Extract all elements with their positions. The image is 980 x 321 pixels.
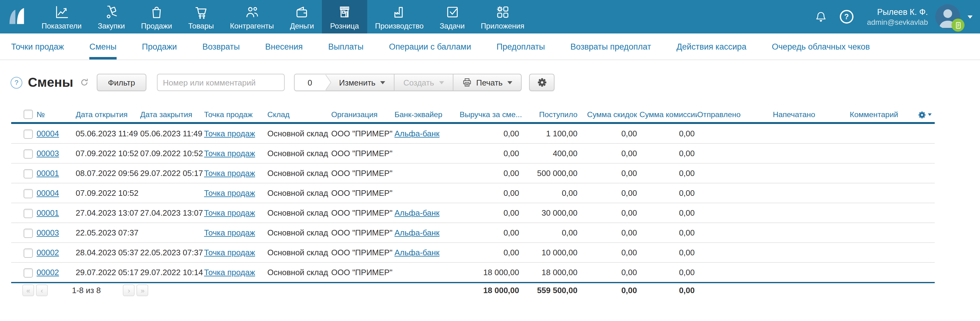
first-page-button[interactable]: « (22, 285, 34, 296)
tab-prepayment-returns[interactable]: Возвраты предоплат (570, 33, 651, 60)
next-page-button[interactable]: › (123, 285, 135, 296)
tab-payouts[interactable]: Выплаты (328, 33, 363, 60)
nav-item-tasks[interactable]: Задачи (432, 0, 473, 33)
prev-page-button[interactable]: ‹ (36, 285, 48, 296)
nav-item-apps[interactable]: Приложения (473, 0, 532, 33)
col-header-received[interactable]: Поступило (522, 107, 580, 123)
create-button[interactable]: Создать (394, 74, 453, 90)
notifications-bell-icon[interactable] (815, 10, 827, 23)
tab-sales[interactable]: Продажи (142, 33, 177, 60)
table-row[interactable]: 0000322.05.2023 07:37Точка продажОсновно… (11, 223, 935, 243)
user-menu[interactable]: Рылеев К. Ф. admin@sevkavlab (867, 7, 928, 26)
col-header-closed[interactable]: Дата закрытия (140, 107, 204, 123)
num-link[interactable]: 00001 (37, 169, 59, 178)
pos-link[interactable]: Точка продаж (204, 268, 255, 277)
print-button[interactable]: Печать (452, 74, 521, 90)
col-header-commission[interactable]: Сумма комиссии (640, 107, 697, 123)
cell-sent (697, 123, 773, 144)
last-page-button[interactable]: » (137, 285, 148, 296)
nav-item-retail[interactable]: Розница (322, 0, 367, 33)
col-header-opened[interactable]: Дата открытия (76, 107, 140, 123)
nav-item-goods[interactable]: Товары (180, 0, 222, 33)
col-header-discounts[interactable]: Сумма скидок (580, 107, 640, 123)
bank-link[interactable]: Альфа-банк (395, 248, 439, 257)
select-all-checkbox[interactable] (24, 110, 33, 119)
avatar[interactable] (935, 4, 960, 29)
pos-link[interactable]: Точка продаж (204, 169, 255, 178)
column-settings-gear-icon[interactable] (918, 107, 935, 123)
search-input[interactable] (157, 74, 285, 91)
num-link[interactable]: 00002 (37, 248, 59, 257)
table-row[interactable]: 0000407.09.2022 10:52Точка продажОсновно… (11, 183, 935, 203)
cell-pos: Точка продаж (204, 243, 267, 262)
tab-prepayments[interactable]: Предоплаты (496, 33, 545, 60)
col-header-comment[interactable]: Комментарий (850, 107, 918, 123)
row-checkbox[interactable] (24, 268, 33, 277)
table-footer-row: «‹1-8 из 8›»18 000,00559 500,000,000,00 (11, 283, 935, 297)
cell-select (11, 163, 37, 183)
nav-item-counterparties[interactable]: Контрагенты (222, 0, 282, 33)
filter-button[interactable]: Фильтр (97, 74, 146, 91)
pos-link[interactable]: Точка продаж (204, 208, 255, 218)
tab-returns[interactable]: Возвраты (202, 33, 240, 60)
edit-button[interactable]: Изменить (325, 74, 394, 90)
table-row[interactable]: 0000229.07.2022 05:1729.07.2022 10:14Точ… (11, 262, 935, 283)
nav-item-indicators[interactable]: Показатели (33, 0, 90, 33)
row-checkbox[interactable] (24, 209, 33, 218)
row-checkbox[interactable] (24, 248, 33, 258)
refresh-icon[interactable] (80, 78, 89, 87)
table-row[interactable]: 0000108.07.2022 09:5629.07.2022 05:17Точ… (11, 163, 935, 183)
tab-points-of-sale[interactable]: Точки продаж (11, 33, 64, 60)
help-icon[interactable]: ? (11, 76, 22, 88)
toolbar: ? Смены Фильтр 0 Изменить Создать Печать (0, 60, 980, 91)
col-header-warehouse[interactable]: Склад (267, 107, 331, 123)
row-checkbox[interactable] (24, 169, 33, 178)
help-icon[interactable]: ? (840, 10, 853, 24)
settings-gear-button[interactable] (530, 74, 555, 91)
col-header-printed[interactable]: Напечатано (773, 107, 850, 123)
col-header-org[interactable]: Организация (331, 107, 395, 123)
nav-item-money[interactable]: Деньги (282, 0, 322, 33)
num-link[interactable]: 00004 (37, 129, 59, 138)
row-checkbox[interactable] (24, 228, 33, 238)
tab-deposits[interactable]: Внесения (265, 33, 303, 60)
tab-cloud-receipt-queue[interactable]: Очередь облачных чеков (772, 33, 870, 60)
bank-link[interactable]: Альфа-банк (395, 129, 439, 138)
tab-cashier-actions[interactable]: Действия кассира (676, 33, 746, 60)
num-link[interactable]: 00002 (37, 268, 59, 277)
num-link[interactable]: 00001 (37, 208, 59, 218)
bank-link[interactable]: Альфа-банк (395, 228, 439, 237)
row-checkbox[interactable] (24, 189, 33, 198)
tab-bonus-operations[interactable]: Операции с баллами (389, 33, 471, 60)
pos-link[interactable]: Точка продаж (204, 248, 255, 257)
col-header-num[interactable]: № (37, 107, 76, 123)
table-row[interactable]: 0000405.06.2023 11:4905.06.2023 11:49Точ… (11, 123, 935, 144)
row-checkbox[interactable] (24, 149, 33, 158)
nav-item-production[interactable]: Производство (367, 0, 432, 33)
chevron-down-icon[interactable] (967, 15, 972, 18)
row-checkbox[interactable] (24, 129, 33, 139)
nav-item-purchases[interactable]: Закупки (90, 0, 133, 33)
table-row[interactable]: 0000127.04.2023 13:0727.04.2023 13:07Точ… (11, 203, 935, 223)
col-header-pos[interactable]: Точка продаж (204, 107, 267, 123)
app-logo-icon[interactable] (0, 0, 33, 33)
col-header-revenue[interactable]: Выручка за сме... (460, 107, 522, 123)
table-row[interactable]: 0000228.04.2023 05:3722.05.2023 07:37Точ… (11, 243, 935, 262)
num-link[interactable]: 00004 (37, 188, 59, 198)
pos-link[interactable]: Точка продаж (204, 228, 255, 237)
pos-link[interactable]: Точка продаж (204, 129, 255, 138)
col-header-sent[interactable]: Отправлено (697, 107, 773, 123)
tab-shifts[interactable]: Смены (89, 33, 116, 60)
nav-item-sales[interactable]: Продажи (133, 0, 180, 33)
bank-link[interactable]: Альфа-банк (395, 208, 439, 218)
num-link[interactable]: 00003 (37, 228, 59, 237)
col-header-bank[interactable]: Банк-эквайер (395, 107, 460, 123)
cell-num: 00002 (37, 262, 76, 283)
cell-pos: Точка продаж (204, 163, 267, 183)
cell-opened: 07.09.2022 10:52 (76, 183, 140, 203)
num-link[interactable]: 00003 (37, 149, 59, 158)
pos-link[interactable]: Точка продаж (204, 188, 255, 198)
table-row[interactable]: 0000307.09.2022 10:5207.09.2022 10:52Точ… (11, 144, 935, 163)
cell-revenue: 0,00 (460, 123, 522, 144)
pos-link[interactable]: Точка продаж (204, 149, 255, 158)
